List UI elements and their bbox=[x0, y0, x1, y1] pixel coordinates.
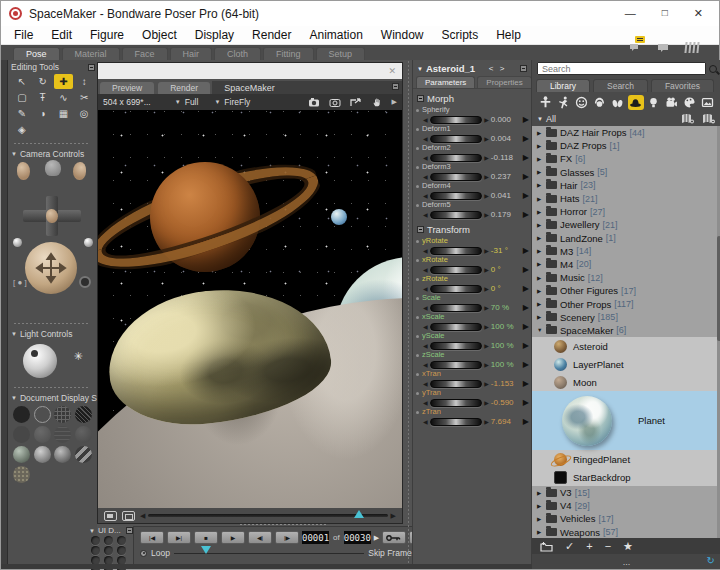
folder-caret-icon[interactable]: ▶ bbox=[537, 503, 543, 509]
folder-caret-icon[interactable]: ▶ bbox=[537, 130, 543, 136]
editing-tool-button[interactable]: ◑ bbox=[33, 106, 53, 121]
add-to-library-icon[interactable]: + bbox=[586, 541, 592, 552]
dial-increment-icon[interactable]: ▶ bbox=[484, 323, 489, 330]
folder-caret-icon[interactable]: ▶ bbox=[537, 156, 543, 162]
dial-increment-icon[interactable]: ▶ bbox=[484, 173, 489, 180]
camera-sphere-icon[interactable] bbox=[84, 238, 93, 247]
notification-icon[interactable] bbox=[629, 39, 641, 57]
library-folder-row[interactable]: ▶ V3 [15] bbox=[532, 486, 720, 499]
menu-item[interactable]: Figure bbox=[81, 28, 133, 42]
face-camera-icon[interactable] bbox=[45, 160, 61, 176]
materials-category-icon[interactable] bbox=[682, 95, 698, 110]
dial-increment-icon[interactable]: ▶ bbox=[484, 285, 489, 292]
ui-dots-header[interactable]: ▼ UI D... bbox=[89, 526, 133, 536]
menu-item[interactable]: Animation bbox=[300, 28, 371, 42]
menu-item[interactable]: Scripts bbox=[433, 28, 488, 42]
lights-category-icon[interactable] bbox=[646, 95, 662, 110]
dial-value[interactable]: -1.153 bbox=[491, 379, 521, 388]
display-style-sphere[interactable] bbox=[34, 426, 51, 443]
dial-value[interactable]: 0 ° bbox=[491, 284, 521, 293]
hand-pan-icon[interactable] bbox=[371, 97, 383, 107]
display-style-sphere[interactable] bbox=[75, 446, 92, 463]
dial-value[interactable]: 100 % bbox=[491, 360, 521, 369]
dial-slider[interactable] bbox=[430, 304, 483, 312]
display-style-sphere[interactable] bbox=[13, 406, 30, 423]
poses-category-icon[interactable] bbox=[555, 95, 571, 110]
close-button[interactable]: ✕ bbox=[694, 7, 703, 20]
ui-memory-dot[interactable] bbox=[91, 546, 100, 555]
dial-slider[interactable] bbox=[430, 192, 483, 200]
dial-value[interactable]: 0.000 bbox=[491, 115, 521, 124]
editing-tool-button[interactable]: Ŧ bbox=[33, 90, 53, 105]
dial-slider[interactable] bbox=[430, 154, 483, 162]
display-style-sphere[interactable] bbox=[54, 446, 71, 463]
camera-sphere-icon[interactable] bbox=[13, 238, 22, 247]
panel-divider[interactable] bbox=[13, 385, 89, 389]
dial-increment-icon[interactable]: ▶ bbox=[484, 247, 489, 254]
left-hand-camera-icon[interactable] bbox=[17, 162, 30, 180]
dial-decrement-icon[interactable]: ◀ bbox=[423, 342, 428, 349]
dial-slider[interactable] bbox=[430, 361, 483, 369]
expressions-category-icon[interactable] bbox=[573, 95, 589, 110]
light-create-icon[interactable]: ✳ bbox=[73, 350, 82, 363]
camera-controls-header[interactable]: ▼ Camera Controls bbox=[9, 147, 97, 160]
display-style-sphere[interactable] bbox=[13, 446, 30, 463]
frame-scrub-track[interactable]: ◀ ▶ bbox=[140, 512, 396, 520]
dial-decrement-icon[interactable]: ◀ bbox=[423, 380, 428, 387]
folder-caret-icon[interactable]: ▶ bbox=[537, 275, 543, 281]
add-keyframe-button[interactable] bbox=[382, 531, 406, 544]
shadow-toggle-icon[interactable] bbox=[122, 511, 135, 521]
collapse-box-icon[interactable] bbox=[126, 527, 133, 534]
current-frame-field[interactable]: 00001 bbox=[302, 531, 329, 544]
morph-section-header[interactable]: Morph bbox=[413, 89, 531, 106]
dial-value[interactable]: 100 % bbox=[491, 341, 521, 350]
transport-button[interactable]: ◀| bbox=[248, 531, 272, 544]
display-style-sphere[interactable] bbox=[75, 426, 92, 443]
folder-caret-icon[interactable]: ▶ bbox=[537, 222, 543, 228]
editing-tool-button[interactable]: ✂ bbox=[74, 90, 94, 105]
folder-caret-icon[interactable]: ▶ bbox=[537, 182, 543, 188]
props-category-icon[interactable] bbox=[628, 95, 644, 110]
menu-item[interactable]: Display bbox=[186, 28, 243, 42]
dial-menu-icon[interactable]: ▶ bbox=[523, 246, 529, 255]
folder-caret-icon[interactable]: ▶ bbox=[537, 196, 543, 202]
scrub-line[interactable] bbox=[148, 514, 387, 517]
transport-button[interactable]: ■ bbox=[194, 531, 218, 544]
editing-tool-button[interactable]: ◎ bbox=[74, 106, 94, 121]
room-tab[interactable]: Material bbox=[62, 47, 120, 60]
search-icon[interactable] bbox=[709, 65, 717, 73]
library-folder-row[interactable]: ▶ Music [12] bbox=[532, 271, 720, 284]
ui-memory-dot[interactable] bbox=[117, 536, 126, 545]
camera-controls-graphic[interactable]: [ ● ] bbox=[9, 160, 97, 318]
display-style-sphere[interactable] bbox=[54, 426, 71, 443]
render-camera-icon[interactable] bbox=[308, 97, 320, 107]
display-style-sphere[interactable] bbox=[34, 406, 51, 423]
dial-menu-icon[interactable]: ▶ bbox=[523, 115, 529, 124]
collapse-box-icon[interactable] bbox=[88, 64, 95, 71]
dial-slider[interactable] bbox=[430, 380, 483, 388]
library-item-row[interactable]: LayerPlanet bbox=[532, 355, 720, 373]
dial-increment-icon[interactable]: ▶ bbox=[484, 380, 489, 387]
menu-item[interactable]: Help bbox=[487, 28, 530, 42]
dial-increment-icon[interactable]: ▶ bbox=[484, 342, 489, 349]
dial-decrement-icon[interactable]: ◀ bbox=[423, 135, 428, 142]
ui-memory-dot[interactable] bbox=[104, 546, 113, 555]
dial-slider[interactable] bbox=[430, 285, 483, 293]
parameters-tab[interactable]: Parameters bbox=[416, 76, 475, 88]
timeline-slider[interactable] bbox=[174, 553, 364, 554]
scenes-category-icon[interactable] bbox=[700, 95, 716, 110]
minimize-button[interactable]: — bbox=[625, 7, 636, 20]
transform-section-header[interactable]: Transform bbox=[413, 220, 531, 237]
editing-tool-button[interactable]: ∿ bbox=[54, 90, 74, 105]
collapse-box-icon[interactable] bbox=[520, 65, 527, 72]
folder-caret-icon[interactable]: ▶ bbox=[537, 235, 543, 241]
dial-menu-icon[interactable]: ▶ bbox=[523, 265, 529, 274]
folder-caret-icon[interactable]: ▶ bbox=[537, 248, 543, 254]
dial-increment-icon[interactable]: ▶ bbox=[484, 304, 489, 311]
dial-menu-icon[interactable]: ▶ bbox=[523, 379, 529, 388]
dial-menu-icon[interactable]: ▶ bbox=[523, 134, 529, 143]
render-size-label[interactable]: 504 x 699*... bbox=[103, 97, 151, 107]
light-controls-header[interactable]: ▼ Light Controls bbox=[9, 327, 97, 340]
menu-item[interactable]: Render bbox=[243, 28, 300, 42]
viewport-tab[interactable]: Render bbox=[158, 82, 210, 94]
